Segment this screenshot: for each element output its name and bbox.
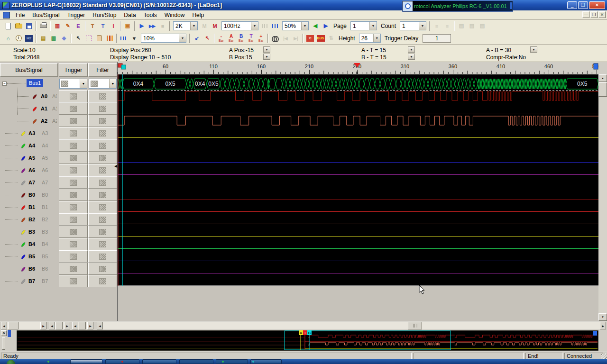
sample-depth-combo[interactable]: 2K▼ <box>173 21 198 30</box>
display-zoom-combo[interactable]: 50%▼ <box>282 21 309 30</box>
print-button[interactable] <box>38 21 48 31</box>
column-header-bus-signal[interactable]: Bus/Signal <box>0 63 58 77</box>
mdi-minimize-button[interactable]: — <box>582 11 589 18</box>
filter-cell-a1[interactable] <box>88 102 117 115</box>
trigger-cell-b2[interactable] <box>59 213 88 226</box>
filter-cell-a0[interactable] <box>88 90 117 102</box>
b-t-dropdown[interactable]: ▼ <box>408 54 415 60</box>
sample-frequency-combo[interactable]: 100Hz▼ <box>221 21 258 30</box>
a-bar-button[interactable]: ABar <box>226 33 236 44</box>
start-orb[interactable] <box>7 360 15 364</box>
filter-cell-a6[interactable] <box>88 164 117 176</box>
menu-data[interactable]: Data <box>120 11 139 19</box>
b-pos-dropdown[interactable]: ▼ <box>263 54 270 60</box>
trigger-cell-a3[interactable] <box>59 127 88 139</box>
signal-name-a7[interactable]: A7 <box>28 180 35 185</box>
taskbar-button-1[interactable] <box>70 359 102 364</box>
waveform-scrollbar-left-button[interactable]: ◀ <box>97 322 103 329</box>
column-header-filter[interactable]: Filter <box>88 63 117 77</box>
height-dropdown-icon[interactable]: ▼ <box>373 34 380 42</box>
trigger-content-button[interactable]: I <box>108 21 119 31</box>
waveform-scrollbar-right-button[interactable]: ▶ <box>600 322 606 329</box>
count-combo[interactable]: 1▼ <box>400 21 426 30</box>
protocol-analyzer-window[interactable]: rotocol Analyzer Philips RC-6 _V1.00.01 <box>402 0 513 12</box>
trigger-delay-input[interactable]: 1 <box>423 34 451 43</box>
trigger-cell-a4[interactable] <box>59 139 88 152</box>
taskbar-button-5[interactable] <box>216 359 248 364</box>
home-button[interactable]: ⌂ <box>3 33 13 44</box>
trigger-cell-a0[interactable] <box>59 90 88 102</box>
trace-a2[interactable] <box>118 116 598 125</box>
taskbar-button-3[interactable] <box>142 359 176 364</box>
filter-combo-bus1[interactable]: ▼ <box>89 79 117 89</box>
signal-name-b4[interactable]: B4 <box>28 241 35 247</box>
a-t-dropdown[interactable]: ▼ <box>408 46 415 53</box>
height-combo[interactable]: 26▼ <box>359 34 381 43</box>
trigger-combo-bus1[interactable]: ▼ <box>59 79 87 89</box>
open-file-button[interactable] <box>13 21 24 31</box>
filter-scrollbar-left-button[interactable]: ◀ <box>72 322 78 329</box>
trigger-cell-b1[interactable] <box>59 201 88 213</box>
trigger-scrollbar-thumb[interactable] <box>55 322 63 329</box>
filter-cell-b3[interactable] <box>88 226 117 238</box>
trigger-cell-a5[interactable] <box>59 152 88 164</box>
waveform-window-button[interactable]: ▤ <box>38 33 48 44</box>
bus-property-button[interactable]: ✎ <box>63 21 73 31</box>
trigger-cell-b7[interactable] <box>59 275 88 287</box>
signal-name-a0[interactable]: A0 <box>41 93 47 99</box>
signal-name-a2[interactable]: A2 <box>41 118 47 124</box>
filter-cell-b1[interactable] <box>88 201 117 213</box>
state-list-window-button[interactable]: ▥ <box>48 33 59 44</box>
bus-signal-scrollbar-left-button[interactable]: ◀ <box>1 322 7 329</box>
windows-taskbar[interactable] <box>0 359 607 364</box>
signal-name-b6[interactable]: B6 <box>28 266 35 272</box>
bus-expand-button[interactable]: BUS <box>315 33 326 44</box>
filter-cell-b5[interactable] <box>88 250 117 263</box>
protocol-analyzer-close-nub[interactable] <box>510 2 512 9</box>
trigger-cell-a6[interactable] <box>59 164 88 176</box>
trigger-mark-2-button[interactable]: T <box>98 21 108 31</box>
filter-scrollbar-right-button[interactable]: ▶ <box>87 322 93 329</box>
signal-name-a5[interactable]: A5 <box>28 155 35 161</box>
overview-grip[interactable] <box>8 330 11 337</box>
waveform-scrollbar-thumb[interactable] <box>408 322 422 329</box>
menu-bus-signal[interactable]: Bus/Signal <box>28 11 63 19</box>
menu-help[interactable]: Help <box>188 11 208 19</box>
signal-row-bus1[interactable]: Bus1 <box>27 79 43 87</box>
overview-waveform[interactable]: ATB <box>17 330 598 351</box>
signal-name-b5[interactable]: B5 <box>28 254 35 259</box>
filter-dropdown-icon[interactable]: ▼ <box>109 79 116 88</box>
filter-cell-b0[interactable] <box>88 189 117 201</box>
a-b-dropdown[interactable]: ▼ <box>530 46 537 53</box>
trigger-dropdown-icon[interactable]: ▼ <box>80 79 87 88</box>
zoom-cursor-red-button[interactable]: ↖ <box>202 33 212 44</box>
signal-name-a4[interactable]: A4 <box>28 143 35 148</box>
menu-file[interactable]: File <box>12 11 28 19</box>
filter-cell-b4[interactable] <box>88 238 117 250</box>
overview-divider[interactable] <box>2 337 5 350</box>
signal-name-a1[interactable]: A1 <box>41 106 47 111</box>
wave-mode-button[interactable] <box>119 33 129 44</box>
signal-name-b7[interactable]: B7 <box>28 278 35 284</box>
filter-cell-b7[interactable] <box>88 275 117 287</box>
signal-name-a6[interactable]: A6 <box>28 167 35 173</box>
filter-cell-b2[interactable] <box>88 213 117 226</box>
goto-prev-trigger-button[interactable]: ◀ <box>310 21 321 31</box>
hand-tool-button[interactable] <box>94 33 104 44</box>
trigger-cell-a7[interactable] <box>59 176 88 189</box>
trigger-property-button[interactable]: E <box>73 21 83 31</box>
trigger-cell-b0[interactable] <box>59 189 88 201</box>
scroll-up-button[interactable]: ▲ <box>598 74 607 82</box>
t-bar-button[interactable]: TBar <box>246 33 256 44</box>
signal-name-b0[interactable]: B0 <box>28 192 35 198</box>
run-repeat-button[interactable]: ▶▶ <box>147 21 157 31</box>
display-ratio-dropdown-icon[interactable]: ▼ <box>179 34 186 42</box>
trace-a0[interactable] <box>118 91 598 100</box>
taskbar-button-4[interactable] <box>179 359 213 364</box>
select-tool-button[interactable] <box>83 33 94 44</box>
sample-depth-dropdown-icon[interactable]: ▼ <box>190 22 197 30</box>
sample-frequency-dropdown-icon[interactable]: ▼ <box>251 22 258 30</box>
filter-cell-a3[interactable] <box>88 127 117 139</box>
page-dropdown-icon[interactable]: ▼ <box>369 22 377 30</box>
trigger-mark-1-button[interactable]: T <box>87 21 98 31</box>
